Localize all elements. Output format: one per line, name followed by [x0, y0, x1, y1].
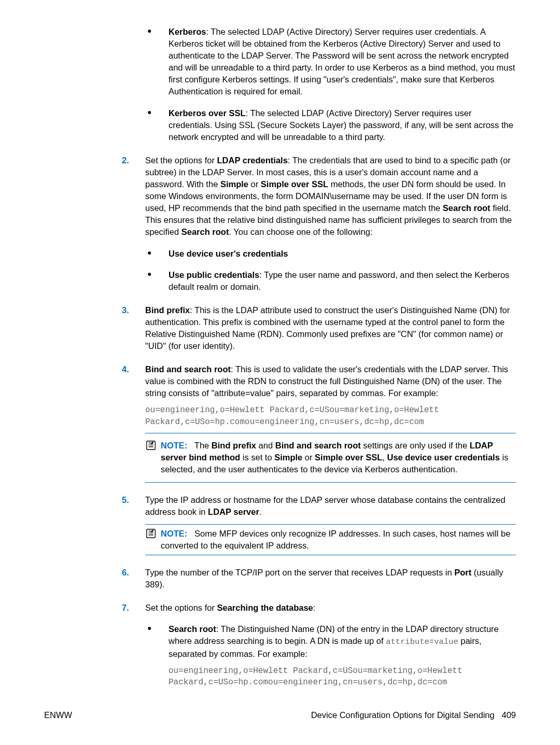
- footer-section-title: Device Configuration Options for Digital…: [311, 710, 495, 720]
- svg-rect-1: [147, 529, 156, 538]
- step-number: 6.: [122, 567, 129, 579]
- bullet-title: Kerberos over SSL: [169, 108, 246, 118]
- text: or: [248, 179, 261, 189]
- bold: Simple over SSL: [261, 179, 328, 189]
- intro-bullets: Kerberos: The selected LDAP (Active Dire…: [145, 26, 516, 143]
- step-number: 7.: [122, 602, 129, 614]
- step-number: 4.: [122, 363, 129, 375]
- page: Kerberos: The selected LDAP (Active Dire…: [0, 0, 560, 745]
- text: : This is the LDAP attribute used to con…: [145, 305, 510, 350]
- text: . You can choose one of the following:: [229, 227, 372, 236]
- step-number: 5.: [122, 494, 129, 506]
- bold: Search root: [181, 227, 229, 236]
- bullet-title: Use device user's credentials: [169, 249, 288, 258]
- bold: Simple: [274, 453, 302, 462]
- code-block: ou=engineering,o=Hewlett Packard,c=USou=…: [145, 404, 516, 428]
- svg-rect-0: [147, 441, 156, 450]
- footer-right: Device Configuration Options for Digital…: [311, 709, 516, 721]
- note-divider: [145, 555, 516, 555]
- bullet-kerberos-ssl: Kerberos over SSL: The selected LDAP (Ac…: [145, 107, 516, 143]
- page-footer: ENWW Device Configuration Options for Di…: [44, 709, 516, 721]
- text: Type the IP address or hostname for the …: [145, 495, 506, 516]
- bold: Simple: [220, 179, 248, 189]
- bullet-title: Kerberos: [169, 27, 206, 36]
- content-column: Kerberos: The selected LDAP (Active Dire…: [122, 26, 516, 688]
- step-number: 2.: [122, 154, 129, 166]
- bold: LDAP credentials: [217, 156, 288, 165]
- note-label: NOTE:: [161, 529, 187, 538]
- note-label: NOTE:: [161, 441, 187, 450]
- step-4: 4. Bind and search root: This is used to…: [122, 363, 516, 482]
- bold: Bind prefix: [212, 441, 256, 450]
- note-body: NOTE: Some MFP devices only recognize IP…: [145, 528, 516, 552]
- note-text: or: [302, 453, 315, 462]
- note-text: The: [194, 441, 212, 450]
- sub-bullet: Use public credentials: Type the user na…: [145, 269, 516, 293]
- text: .: [259, 507, 262, 516]
- bold: Use device user credentials: [387, 453, 500, 462]
- bold: Port: [454, 568, 471, 577]
- note-text: is set to: [240, 453, 274, 462]
- bullet-kerberos: Kerberos: The selected LDAP (Active Dire…: [145, 26, 516, 98]
- step-number: 3.: [122, 304, 129, 316]
- text: :: [313, 603, 316, 612]
- bold: Bind and search root: [145, 364, 231, 374]
- step-7: 7. Set the options for Searching the dat…: [122, 602, 516, 688]
- sub-bullet: Use device user's credentials: [145, 248, 516, 260]
- note-text: settings are only used if the: [361, 441, 470, 450]
- step7-sub-bullets: Search root: The Distinguished Name (DN)…: [145, 623, 516, 688]
- note-text: Some MFP devices only recognize IP addre…: [161, 529, 510, 550]
- bullet-text: : The selected LDAP (Active Directory) S…: [169, 27, 515, 96]
- bold: Simple over SSL: [315, 453, 382, 462]
- note-body: NOTE: The Bind prefix and Bind and searc…: [145, 440, 516, 475]
- note-divider: [145, 524, 516, 525]
- note-text: ,: [382, 453, 387, 462]
- text: Set the options for: [145, 603, 217, 612]
- bold: Searching the database: [217, 603, 313, 612]
- bullet-title: Use public credentials: [169, 270, 259, 279]
- note-divider: [145, 433, 516, 433]
- note-icon: [145, 528, 157, 539]
- text: Set the options for: [145, 156, 217, 165]
- note-block: NOTE: The Bind prefix and Bind and searc…: [145, 440, 516, 475]
- note-icon: [145, 440, 157, 451]
- sub-bullet: Search root: The Distinguished Name (DN)…: [145, 623, 516, 688]
- step2-sub-bullets: Use device user's credentials Use public…: [145, 248, 516, 293]
- code-block: ou=engineering,o=Hewlett Packard,c=USou=…: [169, 665, 516, 688]
- numbered-steps: 2. Set the options for LDAP credentials:…: [122, 154, 516, 688]
- inline-code: attribute=value: [386, 637, 458, 646]
- footer-left: ENWW: [44, 709, 72, 721]
- step-3: 3. Bind prefix: This is the LDAP attribu…: [122, 304, 516, 352]
- note-block: NOTE: Some MFP devices only recognize IP…: [145, 528, 516, 552]
- step-6: 6. Type the number of the TCP/IP port on…: [122, 567, 516, 591]
- step-2: 2. Set the options for LDAP credentials:…: [122, 154, 516, 293]
- bold: LDAP server: [208, 507, 259, 516]
- bold: Search root: [443, 203, 491, 213]
- text: Type the number of the TCP/IP port on th…: [145, 568, 454, 577]
- bullet-title: Search root: [169, 624, 216, 634]
- note-text: and: [256, 441, 275, 450]
- bold: Bind prefix: [145, 305, 190, 315]
- step-5: 5. Type the IP address or hostname for t…: [122, 494, 516, 555]
- bold: Bind and search root: [275, 441, 361, 450]
- note-divider: [145, 482, 516, 483]
- page-number: 409: [501, 710, 516, 720]
